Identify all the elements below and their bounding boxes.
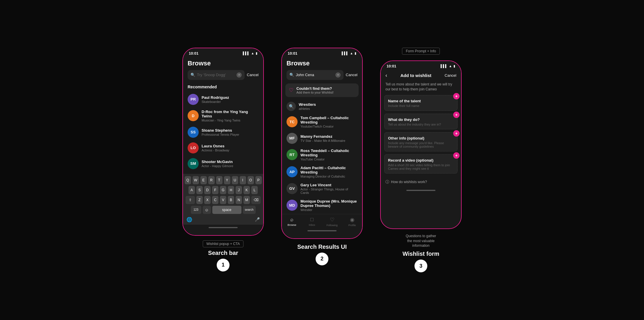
mic-icon[interactable]: 🎤 bbox=[255, 217, 260, 222]
key-t[interactable]: T bbox=[216, 176, 223, 184]
search-bar-1[interactable]: 🔍 Try 'Snoop Dogg' ✕ Cancel bbox=[183, 70, 263, 83]
list-item[interactable]: SM Shooter McGavin Actor - Happy Gilmore bbox=[183, 156, 263, 171]
search-icon-2: 🔍 bbox=[289, 73, 294, 77]
key-q[interactable]: Q bbox=[185, 176, 191, 184]
key-d[interactable]: D bbox=[204, 186, 211, 194]
key-l[interactable]: L bbox=[251, 186, 258, 194]
search-bar-2[interactable]: 🔍 John Cena ✕ Cancel bbox=[282, 70, 362, 83]
key-v[interactable]: V bbox=[220, 196, 226, 204]
list-item[interactable]: RT Ross Tweddell – Cultaholic Wrestling … bbox=[282, 146, 362, 163]
key-a[interactable]: A bbox=[188, 186, 195, 194]
wishlist-sub: Add them to your Wishlist! bbox=[296, 91, 355, 94]
key-e[interactable]: E bbox=[200, 176, 207, 184]
home-bar-1 bbox=[209, 227, 238, 228]
key-space[interactable]: space bbox=[212, 206, 241, 214]
cancel-button-2[interactable]: Cancel bbox=[346, 73, 357, 77]
kb-row-2: A S D F G H J K L bbox=[184, 186, 262, 194]
key-p[interactable]: P bbox=[255, 176, 262, 184]
item-name: Manny Fernandez bbox=[300, 134, 357, 139]
field-label-industry: What do they do? bbox=[388, 117, 454, 122]
nav-profile[interactable]: ◉ Profile bbox=[342, 217, 362, 227]
status-icons-2: ▌▌▌ ▲ ▮ bbox=[342, 51, 356, 55]
key-x[interactable]: X bbox=[204, 196, 211, 204]
screen3-block: Form Prompt + Info 10:01 ▌▌▌ ▲ ▮ ‹ Add t… bbox=[380, 48, 462, 272]
key-n[interactable]: N bbox=[236, 196, 242, 204]
add-name-button[interactable]: + bbox=[453, 93, 460, 99]
wishlist-banner[interactable]: ♡ Couldn't find them? Add them to your W… bbox=[285, 83, 359, 97]
list-item[interactable]: GV Gary Lee Vincent Actor - Stranger Thi… bbox=[282, 180, 362, 197]
key-s[interactable]: S bbox=[196, 186, 203, 194]
key-emoji[interactable]: ☺ bbox=[203, 206, 211, 214]
key-m[interactable]: M bbox=[243, 196, 250, 204]
form-description: Tell us more about the talent and we wil… bbox=[381, 81, 461, 95]
cancel-button-1[interactable]: Cancel bbox=[247, 73, 259, 77]
form-field-other[interactable]: Other info (optional) Include any messag… bbox=[384, 132, 458, 151]
list-item[interactable]: MD Monique Dupree (Mrs. Monique Dupree T… bbox=[282, 197, 362, 214]
key-w[interactable]: W bbox=[193, 176, 199, 184]
key-g[interactable]: G bbox=[220, 186, 226, 194]
key-h[interactable]: H bbox=[228, 186, 234, 194]
key-numbers[interactable]: 123 bbox=[191, 206, 201, 214]
key-b[interactable]: B bbox=[228, 196, 234, 204]
status-time-2: 10:01 bbox=[288, 51, 297, 56]
annotation-wishlist: Wishlist popup + CTA bbox=[203, 240, 244, 247]
field-hint-other: Include any message you'd like. Please b… bbox=[388, 141, 454, 148]
bottom-nav-2: ⌕ Browse □ Inbox ♡ Following ◉ bbox=[282, 214, 362, 228]
key-f[interactable]: F bbox=[212, 186, 218, 194]
list-item[interactable]: MF Manny Fernandez TV Star - Make Me A M… bbox=[282, 130, 362, 146]
key-z[interactable]: Z bbox=[196, 196, 203, 204]
search-input-2[interactable]: 🔍 John Cena ✕ bbox=[287, 70, 344, 80]
key-o[interactable]: O bbox=[248, 176, 254, 184]
back-button[interactable]: ‹ bbox=[385, 72, 387, 78]
annotation-form-prompt: Form Prompt + Info bbox=[402, 48, 440, 55]
avatar: D bbox=[188, 110, 199, 121]
form-cancel-button[interactable]: Cancel bbox=[445, 73, 456, 78]
list-item[interactable]: LO Laura Osnes Actress - Broadway bbox=[183, 140, 263, 156]
form-field-industry[interactable]: What do they do? Tell us about the indus… bbox=[384, 114, 458, 129]
item-sub: Managing Director of Cultaholic bbox=[300, 175, 357, 178]
add-video-button[interactable]: + bbox=[453, 152, 460, 159]
nav-inbox[interactable]: □ Inbox bbox=[302, 217, 322, 227]
key-y[interactable]: Y bbox=[224, 176, 230, 184]
item-sub: Musician - Ying Yang Twins bbox=[202, 119, 259, 122]
key-u[interactable]: U bbox=[232, 176, 238, 184]
clear-button-2[interactable]: ✕ bbox=[335, 72, 341, 78]
list-item[interactable]: D D-Roc from the Ying Yang Twins Musicia… bbox=[183, 107, 263, 124]
form-help[interactable]: ⓘ How do wishlists work? bbox=[381, 176, 461, 187]
list-item[interactable]: PR Paul Rodriguez Skateboarder bbox=[183, 92, 263, 107]
list-item[interactable]: AP Adam Pacitti – Cultaholic Wrestling M… bbox=[282, 163, 362, 180]
category-row[interactable]: 🔍 Wrestlers athletes bbox=[282, 99, 362, 113]
key-delete[interactable]: ⌫ bbox=[251, 196, 261, 204]
kb-row-1: Q W E R T Y U I O P bbox=[184, 176, 262, 184]
search-input-1[interactable]: 🔍 Try 'Snoop Dogg' ✕ bbox=[188, 70, 245, 80]
screen2-number: 2 bbox=[316, 253, 328, 265]
key-r[interactable]: R bbox=[208, 176, 215, 184]
key-j[interactable]: J bbox=[236, 186, 242, 194]
item-info: Shooter McGavin Actor - Happy Gilmore bbox=[202, 160, 259, 168]
avatar: SS bbox=[188, 127, 199, 138]
screen2-content: Browse 🔍 John Cena ✕ Cancel ♡ Coul bbox=[282, 57, 362, 238]
list-item[interactable]: SS Sloane Stephens Professional Tennis P… bbox=[183, 124, 263, 140]
key-k[interactable]: K bbox=[243, 186, 250, 194]
category-sub: athletes bbox=[299, 107, 357, 110]
globe-icon[interactable]: 🌐 bbox=[186, 217, 192, 222]
key-c[interactable]: C bbox=[212, 196, 218, 204]
item-info: Gary Lee Vincent Actor - Stranger Things… bbox=[300, 183, 357, 194]
add-other-button[interactable]: + bbox=[453, 130, 460, 137]
add-industry-button[interactable]: + bbox=[453, 112, 460, 118]
following-icon: ♡ bbox=[330, 217, 335, 223]
wishlist-text: Couldn't find them? Add them to your Wis… bbox=[296, 86, 355, 94]
kb-row-bottom: 🌐 🎤 bbox=[184, 216, 262, 224]
avatar: TC bbox=[287, 116, 298, 127]
key-i[interactable]: I bbox=[240, 176, 246, 184]
form-field-video[interactable]: Record a video (optional) Add a short 20… bbox=[384, 154, 458, 174]
list-item[interactable]: TC Tom Campbell – Cultaholic Wrestling Y… bbox=[282, 113, 362, 130]
avatar: GV bbox=[287, 183, 298, 194]
form-field-talent-name[interactable]: Name of the talent Include their full na… bbox=[384, 95, 458, 111]
key-shift[interactable]: ⇧ bbox=[186, 196, 195, 204]
clear-button-1[interactable]: ✕ bbox=[236, 72, 242, 78]
nav-following[interactable]: ♡ Following bbox=[322, 217, 342, 227]
key-search[interactable]: search bbox=[243, 206, 256, 214]
nav-browse[interactable]: ⌕ Browse bbox=[282, 217, 302, 227]
wifi-icon: ▲ bbox=[350, 51, 353, 55]
